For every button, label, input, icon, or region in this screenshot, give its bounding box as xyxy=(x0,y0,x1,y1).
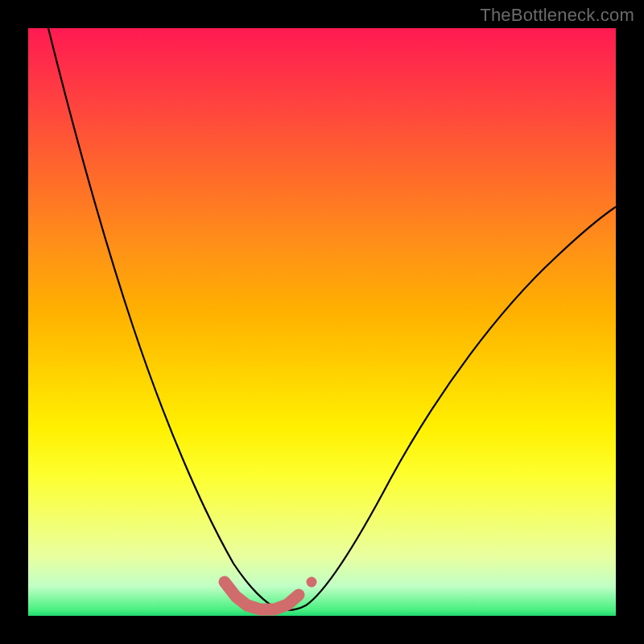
plot-area xyxy=(28,28,616,616)
chart-frame: TheBottleneck.com xyxy=(0,0,644,644)
optimal-region-marker xyxy=(225,582,299,609)
bottleneck-curve xyxy=(48,28,616,610)
watermark-text: TheBottleneck.com xyxy=(480,5,634,26)
optimal-marker-dot xyxy=(307,577,317,588)
curve-layer xyxy=(28,28,616,616)
